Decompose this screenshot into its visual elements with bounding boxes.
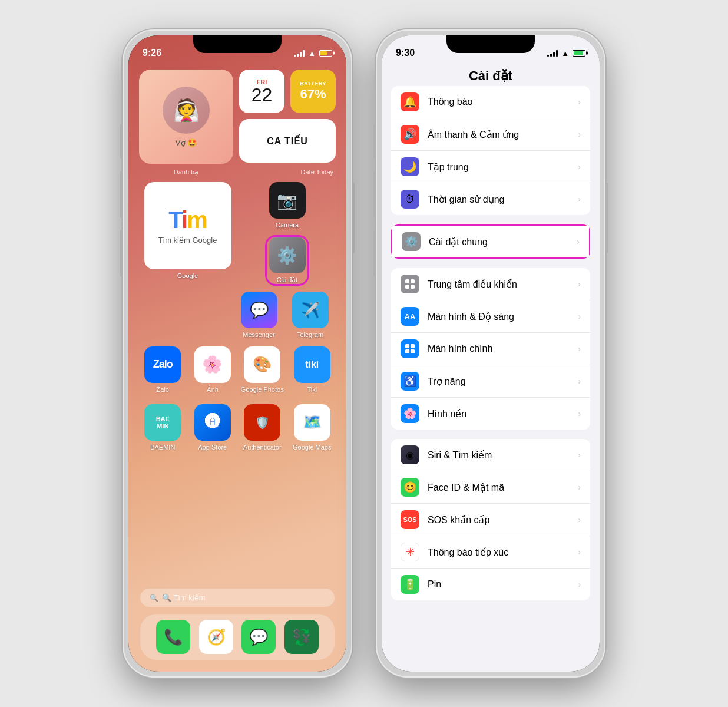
battery-fill bbox=[320, 51, 327, 55]
app-item-camera[interactable]: 📷 Camera bbox=[265, 182, 309, 229]
dock-phone[interactable]: 📞 bbox=[156, 620, 190, 654]
wifi-icon: ▲ bbox=[308, 49, 316, 58]
sound-chevron: › bbox=[578, 130, 581, 139]
exposure-label: Thông báo tiếp xúc bbox=[428, 547, 578, 558]
app-item-baemin[interactable]: BAE MIN BAEMIN bbox=[141, 404, 185, 451]
volume-up-button[interactable] bbox=[120, 171, 123, 218]
general-icon-glyph: ⚙️ bbox=[405, 235, 418, 248]
app-col-right: 📷 Camera ⚙️ Cài đặt bbox=[265, 182, 309, 286]
accessibility-icon: ♿ bbox=[401, 372, 419, 391]
app-item-photos[interactable]: 🌸 Ảnh bbox=[190, 346, 234, 394]
settings-row-faceid[interactable]: 😊 Face ID & Mật mã › bbox=[391, 471, 590, 504]
battery-settings-label: Pin bbox=[428, 579, 578, 590]
homescreen-svg bbox=[405, 343, 415, 354]
silent-switch-right[interactable] bbox=[373, 124, 376, 159]
volume-up-button-right[interactable] bbox=[373, 171, 376, 218]
app-item-appstore[interactable]: 🅐 App Store bbox=[190, 404, 234, 451]
settings-row-focus[interactable]: 🌙 Tập trung › bbox=[391, 151, 590, 183]
settings-row-sound[interactable]: 🔊 Âm thanh & Cảm ứng › bbox=[391, 118, 590, 151]
app-item-maps[interactable]: 🗺️ Google Maps bbox=[290, 404, 334, 451]
camera-icon: 📷 bbox=[269, 182, 306, 219]
s-sig-1 bbox=[547, 55, 549, 57]
home-screen: 9:26 ▲ bbox=[128, 35, 346, 672]
app-item-messenger[interactable]: 💬 Messenger bbox=[237, 292, 281, 339]
messenger-name: Messenger bbox=[243, 331, 274, 339]
app-item-google[interactable]: Tim Tìm kiếm Google Google bbox=[166, 182, 210, 280]
app-item-googlephotos[interactable]: 🎨 Google Photos bbox=[240, 346, 284, 394]
date-num: 22 bbox=[252, 85, 273, 104]
settings-row-general[interactable]: ⚙️ Cài đặt chung › bbox=[392, 226, 589, 257]
search-bar-text: 🔍 Tìm kiếm bbox=[162, 593, 206, 602]
accessibility-icon-glyph: ♿ bbox=[403, 375, 416, 388]
controlcenter-label: Trung tâm điều khiển bbox=[428, 279, 578, 290]
settings-row-wallpaper[interactable]: 🌸 Hình nền › bbox=[391, 398, 590, 430]
power-button-right[interactable] bbox=[605, 183, 608, 253]
dock-messages[interactable]: 💬 bbox=[241, 620, 276, 654]
screentime-label: Thời gian sử dụng bbox=[428, 194, 578, 205]
settings-row-battery[interactable]: 🔋 Pin › bbox=[391, 569, 590, 600]
messenger-icon: 💬 bbox=[241, 292, 277, 328]
app-item-zalo[interactable]: Zalo Zalo bbox=[141, 346, 185, 394]
faceid-icon-glyph: 😊 bbox=[403, 481, 416, 494]
settings-row-sos[interactable]: SOS SOS khẩn cấp › bbox=[391, 504, 590, 536]
settings-row-screentime[interactable]: ⏱ Thời gian sử dụng › bbox=[391, 183, 590, 215]
date-widget[interactable]: FRI 22 bbox=[239, 70, 284, 113]
settings-scroll-area[interactable]: 🔔 Thông báo › 🔊 Âm thanh & Cảm ứng › bbox=[382, 86, 600, 669]
notch-right bbox=[446, 35, 535, 53]
sos-chevron: › bbox=[578, 515, 581, 524]
battery-settings-icon: 🔋 bbox=[401, 575, 419, 594]
svg-rect-7 bbox=[411, 349, 415, 353]
svg-rect-1 bbox=[411, 279, 415, 283]
volume-down-button[interactable] bbox=[120, 230, 123, 277]
power-button[interactable] bbox=[352, 183, 355, 253]
wallpaper-chevron: › bbox=[578, 409, 581, 418]
app-item-telegram[interactable]: ✈️ Telegram bbox=[288, 292, 332, 339]
app-item-settings[interactable]: ⚙️ Cài đặt bbox=[265, 235, 309, 286]
exposure-chevron: › bbox=[578, 547, 581, 557]
homescreen-chevron: › bbox=[578, 344, 581, 353]
dock-safari[interactable]: 🧭 bbox=[199, 620, 233, 654]
notifications-chevron: › bbox=[578, 97, 581, 107]
homescreen-label: Màn hình chính bbox=[428, 343, 578, 354]
phone-screen-right: 9:30 ▲ Cài đặt bbox=[382, 35, 600, 672]
battery-settings-icon-glyph: 🔋 bbox=[403, 578, 416, 591]
siri-label: Siri & Tìm kiếm bbox=[428, 450, 578, 461]
svg-rect-5 bbox=[411, 344, 415, 348]
focus-icon-glyph: 🌙 bbox=[403, 160, 416, 173]
settings-row-exposure[interactable]: ✳ Thông báo tiếp xúc › bbox=[391, 536, 590, 569]
display-icon: AA bbox=[401, 307, 419, 326]
catieu-widget[interactable]: CA TIẾU bbox=[239, 119, 336, 163]
app-row-1: Tim Tìm kiếm Google Google 📷 Camera bbox=[128, 179, 346, 289]
settings-row-display[interactable]: AA Màn hình & Độ sáng › bbox=[391, 300, 590, 333]
dock-app4[interactable]: 💱 bbox=[284, 620, 319, 654]
battery-label: BATTERY bbox=[300, 81, 326, 87]
controlcenter-chevron: › bbox=[578, 279, 581, 289]
settings-row-siri[interactable]: ◉ Siri & Tìm kiếm › bbox=[391, 439, 590, 471]
settings-row-notifications[interactable]: 🔔 Thông báo › bbox=[391, 86, 590, 118]
battery-widget[interactable]: BATTERY 67% bbox=[290, 70, 336, 113]
contact-widget[interactable]: 👰 Vợ 🤩 bbox=[139, 70, 233, 164]
authenticator-icon: 🛡️ bbox=[244, 404, 280, 441]
settings-battery-fill bbox=[574, 51, 583, 55]
volume-down-button-right[interactable] bbox=[373, 230, 376, 277]
app-item-tiki[interactable]: tiki Tiki bbox=[290, 346, 334, 394]
settings-row-accessibility[interactable]: ♿ Trợ năng › bbox=[391, 365, 590, 398]
sound-label: Âm thanh & Cảm ứng bbox=[428, 129, 578, 140]
settings-wifi-icon: ▲ bbox=[561, 49, 569, 58]
wallpaper-icon-glyph: 🌸 bbox=[403, 407, 416, 420]
battery-pct: 67% bbox=[300, 87, 326, 102]
settings-row-controlcenter[interactable]: Trung tâm điều khiển › bbox=[391, 268, 590, 300]
settings-screen: 9:30 ▲ Cài đặt bbox=[382, 35, 600, 672]
status-time: 9:26 bbox=[143, 48, 161, 58]
settings-status-icons: ▲ bbox=[547, 49, 585, 58]
s-sig-4 bbox=[556, 50, 558, 57]
settings-row-homescreen[interactable]: Màn hình chính › bbox=[391, 333, 590, 365]
app-item-authenticator[interactable]: 🛡️ Authenticator bbox=[240, 404, 284, 451]
notifications-label: Thông báo bbox=[428, 97, 578, 107]
search-bar[interactable]: 🔍 🔍 Tìm kiếm bbox=[140, 589, 335, 607]
silent-switch[interactable] bbox=[120, 124, 123, 159]
phone-screen-left: 9:26 ▲ bbox=[128, 35, 346, 672]
settings-icon: ⚙️ bbox=[269, 237, 306, 273]
google-logo: Tim bbox=[168, 207, 206, 233]
google-widget: Tim Tìm kiếm Google bbox=[144, 182, 231, 269]
